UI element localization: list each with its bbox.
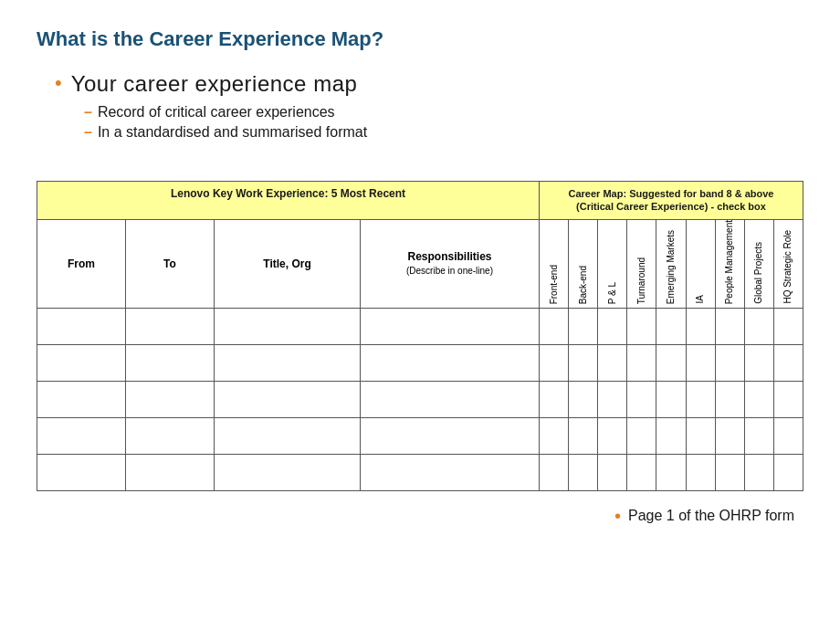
data-rotated-cols-5 bbox=[540, 455, 803, 490]
cell-r5-2 bbox=[569, 455, 598, 490]
col-global-projects-label: Global Projects bbox=[753, 242, 764, 304]
cell-from-2 bbox=[37, 345, 126, 381]
cell-r3-6 bbox=[687, 382, 716, 417]
cell-r4-6 bbox=[687, 418, 716, 454]
slide: What is the Career Experience Map? • You… bbox=[0, 0, 840, 630]
cell-r4-2 bbox=[569, 418, 598, 454]
main-bullet-text: Your career experience map bbox=[71, 71, 358, 97]
cell-r5-4 bbox=[627, 455, 656, 490]
sub-dash-icon-1: – bbox=[84, 104, 92, 121]
cell-r4-9 bbox=[774, 418, 803, 454]
table-header-row: Lenovo Key Work Experience: 5 Most Recen… bbox=[37, 182, 803, 219]
sub-bullet-text-1: Record of critical career experiences bbox=[98, 104, 335, 121]
cell-r5-9 bbox=[774, 455, 803, 490]
cell-title-2 bbox=[215, 345, 361, 381]
cell-r5-7 bbox=[716, 455, 745, 490]
cell-r1-3 bbox=[598, 309, 627, 344]
col-headers-row: From To Title, Org Responsibilities (Des… bbox=[37, 219, 803, 308]
page-title: What is the Career Experience Map? bbox=[37, 27, 803, 51]
rotated-cols-header: Front-end Back-end P & L Turnaround Emer… bbox=[540, 220, 803, 308]
cell-to-4 bbox=[126, 418, 215, 454]
cell-r1-4 bbox=[627, 309, 656, 344]
col-ia: IA bbox=[687, 220, 716, 308]
col-p-and-l-label: P & L bbox=[607, 282, 618, 304]
table-row bbox=[37, 454, 803, 490]
col-hq-strategic-label: HQ Strategic Role bbox=[782, 230, 793, 304]
sub-bullet-1: – Record of critical career experiences bbox=[84, 104, 803, 121]
col-front-end-label: Front-end bbox=[549, 265, 560, 304]
cell-r3-1 bbox=[540, 382, 569, 417]
cell-r3-2 bbox=[569, 382, 598, 417]
cell-r5-5 bbox=[656, 455, 686, 490]
col-back-end: Back-end bbox=[569, 220, 598, 308]
cell-r3-3 bbox=[598, 382, 627, 417]
col-header-resp: Responsibilities (Describe in one-line) bbox=[361, 220, 540, 308]
cell-r3-8 bbox=[745, 382, 774, 417]
col-back-end-label: Back-end bbox=[578, 266, 589, 304]
cell-r1-5 bbox=[656, 309, 686, 344]
cell-r3-4 bbox=[627, 382, 656, 417]
col-people-mgmt-label: People Management bbox=[724, 220, 735, 304]
cell-r1-7 bbox=[716, 309, 745, 344]
col-resp-sub: (Describe in one-line) bbox=[406, 265, 493, 277]
cell-to-2 bbox=[126, 345, 215, 381]
cell-r1-6 bbox=[687, 309, 716, 344]
cell-to-1 bbox=[126, 309, 215, 344]
cell-r5-1 bbox=[540, 455, 569, 490]
col-turnaround-label: Turnaround bbox=[636, 257, 647, 304]
cell-r1-1 bbox=[540, 309, 569, 344]
col-hq-strategic: HQ Strategic Role bbox=[774, 220, 803, 308]
cell-r1-8 bbox=[745, 309, 774, 344]
table-row bbox=[37, 417, 803, 454]
col-header-to: To bbox=[126, 220, 215, 308]
cell-r2-6 bbox=[687, 345, 716, 381]
col-global-projects: Global Projects bbox=[745, 220, 774, 308]
cell-r4-1 bbox=[540, 418, 569, 454]
cell-r4-4 bbox=[627, 418, 656, 454]
cell-r1-9 bbox=[774, 309, 803, 344]
footer-dot-icon: • bbox=[614, 506, 621, 527]
header-right-line1: Career Map: Suggested for band 8 & above bbox=[569, 188, 774, 199]
col-emerging-markets: Emerging Markets bbox=[656, 220, 686, 308]
table-row bbox=[37, 308, 803, 344]
footer: • Page 1 of the OHRP form bbox=[37, 506, 803, 527]
cell-r5-8 bbox=[745, 455, 774, 490]
cell-to-3 bbox=[126, 382, 215, 417]
main-bullet: • Your career experience map bbox=[55, 71, 803, 97]
cell-r4-7 bbox=[716, 418, 745, 454]
data-rotated-cols-4 bbox=[540, 418, 803, 454]
cell-r4-3 bbox=[598, 418, 627, 454]
table-row bbox=[37, 344, 803, 381]
sub-bullet-text-2: In a standardised and summarised format bbox=[98, 124, 367, 141]
cell-resp-2 bbox=[361, 345, 540, 381]
cell-r2-8 bbox=[745, 345, 774, 381]
cell-resp-5 bbox=[361, 455, 540, 490]
col-emerging-markets-label: Emerging Markets bbox=[666, 230, 677, 304]
col-header-from: From bbox=[37, 220, 126, 308]
cell-from-4 bbox=[37, 418, 126, 454]
cell-from-3 bbox=[37, 382, 126, 417]
data-rotated-cols-2 bbox=[540, 345, 803, 381]
cell-r4-5 bbox=[656, 418, 686, 454]
sub-dash-icon-2: – bbox=[84, 124, 92, 141]
cell-resp-3 bbox=[361, 382, 540, 417]
cell-r2-1 bbox=[540, 345, 569, 381]
cell-to-5 bbox=[126, 455, 215, 490]
cell-r3-7 bbox=[716, 382, 745, 417]
cell-r2-2 bbox=[569, 345, 598, 381]
cell-r3-5 bbox=[656, 382, 686, 417]
col-people-mgmt: People Management bbox=[716, 220, 745, 308]
cell-title-3 bbox=[215, 382, 361, 417]
cell-r2-5 bbox=[656, 345, 686, 381]
cell-r2-4 bbox=[627, 345, 656, 381]
header-right-line2: (Critical Career Experience) - check box bbox=[576, 201, 766, 212]
header-left: Lenovo Key Work Experience: 5 Most Recen… bbox=[37, 182, 540, 219]
cell-r2-7 bbox=[716, 345, 745, 381]
cell-from-5 bbox=[37, 455, 126, 490]
cell-r5-3 bbox=[598, 455, 627, 490]
cell-resp-4 bbox=[361, 418, 540, 454]
cell-r2-9 bbox=[774, 345, 803, 381]
sub-bullets: – Record of critical career experiences … bbox=[84, 104, 803, 141]
cell-resp-1 bbox=[361, 309, 540, 344]
data-rotated-cols-3 bbox=[540, 382, 803, 417]
